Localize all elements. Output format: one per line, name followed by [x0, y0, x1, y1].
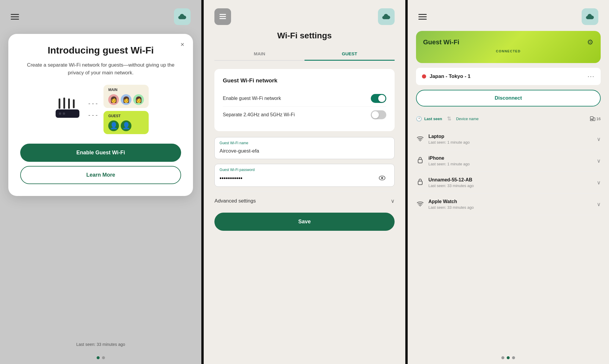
svg-rect-14	[593, 118, 595, 121]
device-left-unnamed: Unnamed-55-12-AB Last seen: 33 minutes a…	[416, 177, 474, 188]
panel-3-devices: Guest Wi-Fi ⚙ CONNECTED Japan - Tokyo - …	[408, 0, 609, 364]
dot-3-3	[512, 356, 515, 359]
expand-chevron-laptop: ∨	[597, 136, 601, 142]
device-name-laptop: Laptop	[429, 134, 470, 139]
wifi-password-input[interactable]	[219, 174, 377, 183]
location-info: Japan - Tokyo - 1	[422, 73, 471, 79]
network-dashes: - - - - - -	[88, 100, 98, 119]
svg-point-6	[63, 112, 65, 115]
device-last-seen-unnamed: Last seen: 33 minutes ago	[429, 183, 474, 188]
expand-chevron-applewatch: ∨	[597, 201, 601, 208]
intro-modal: × Introducing guest Wi-Fi Create a separ…	[8, 34, 193, 196]
device-last-seen-iphone: Last seen: 1 minute ago	[429, 162, 470, 166]
wifi-icon-applewatch	[416, 200, 424, 208]
avatar-3: 👩	[133, 94, 144, 105]
more-options-button[interactable]: ···	[588, 73, 595, 80]
cloud-button-1[interactable]	[174, 8, 191, 25]
wifi-illustration: - - - - - - MAIN 👩 👩 👩 GUEST	[20, 85, 181, 134]
guest-avatar-2: 👤	[121, 120, 131, 131]
svg-rect-2	[68, 98, 70, 109]
sort-device-name[interactable]: Device name	[456, 117, 479, 121]
device-name-unnamed: Unnamed-55-12-AB	[429, 177, 474, 183]
main-avatars: 👩 👩 👩	[108, 94, 144, 105]
lock-icon-unnamed	[416, 178, 424, 187]
device-name-applewatch: Apple Watch	[429, 199, 474, 204]
svg-point-18	[420, 206, 420, 207]
modal-overlay: × Introducing guest Wi-Fi Create a separ…	[0, 34, 201, 337]
main-label: MAIN	[108, 88, 144, 92]
status-dot	[422, 74, 426, 79]
tab-main[interactable]: MAIN	[214, 48, 304, 61]
device-item-iphone[interactable]: iPhone Last seen: 1 minute ago ∨	[416, 150, 601, 172]
card-title: Guest Wi-Fi network	[223, 77, 386, 84]
gear-icon[interactable]: ⚙	[587, 38, 594, 46]
dot-3-1	[501, 356, 504, 359]
enable-guest-wifi-button[interactable]: Enable Guest Wi-Fi	[20, 144, 181, 162]
separate-bands-toggle[interactable]	[371, 110, 386, 119]
expand-chevron-unnamed: ∨	[597, 179, 601, 186]
show-password-button[interactable]	[379, 175, 385, 182]
vpn-card-title: Guest Wi-Fi	[423, 38, 459, 46]
settings-content: Wi-Fi settings MAIN GUEST Guest Wi-Fi ne…	[204, 31, 405, 364]
sort-bar: 🕐 Last seen ⇅ Device name 16	[416, 112, 601, 125]
device-item-applewatch[interactable]: Apple Watch Last seen: 33 minutes ago ∨	[416, 194, 601, 215]
hamburger-menu-icon[interactable]	[11, 14, 19, 20]
save-button[interactable]: Save	[214, 213, 394, 231]
device-name-iphone: iPhone	[429, 156, 470, 161]
password-wrapper	[219, 174, 389, 183]
avatar-2: 👩	[121, 94, 131, 105]
last-seen-text: Last seen: 33 minutes ago	[76, 342, 125, 347]
guest-network-box: GUEST 👤 👤	[103, 111, 149, 134]
cloud-button-3[interactable]	[582, 8, 598, 25]
guest-avatar-1: 👤	[108, 120, 119, 131]
svg-rect-12	[590, 117, 593, 119]
guest-label: GUEST	[108, 114, 144, 118]
guest-avatars: 👤 👤	[108, 120, 144, 131]
svg-rect-7	[219, 14, 226, 15]
cloud-button-2[interactable]	[378, 8, 395, 25]
vpn-card: Guest Wi-Fi ⚙ CONNECTED	[416, 31, 601, 63]
device-count-number: 16	[597, 117, 601, 121]
connected-badge: CONNECTED	[423, 49, 594, 53]
clock-icon: 🕐	[416, 116, 422, 122]
disconnect-button[interactable]: Disconnect	[416, 90, 601, 106]
tab-guest[interactable]: GUEST	[304, 48, 395, 61]
device-count: 16	[590, 116, 601, 121]
top-bar-2	[204, 0, 405, 31]
page-dots-1	[0, 352, 201, 364]
wifi-icon-laptop	[416, 135, 424, 143]
advanced-settings-row[interactable]: Advanced settings ∨	[214, 192, 394, 210]
device-count-icon	[590, 116, 595, 121]
expand-chevron-iphone: ∨	[597, 158, 601, 164]
separate-bands-label: Separate 2.4GHz and 5GHz Wi-Fi	[223, 112, 295, 117]
wifi-password-label: Guest Wi-Fi password	[219, 168, 389, 172]
wifi-password-group: Guest Wi-Fi password	[214, 164, 394, 187]
device-info-applewatch: Apple Watch Last seen: 33 minutes ago	[429, 199, 474, 210]
device-list: Laptop Last seen: 1 minute ago ∨	[416, 128, 601, 215]
lock-icon-iphone	[416, 156, 424, 165]
svg-rect-1	[63, 98, 65, 109]
top-bar-3	[408, 0, 609, 31]
wifi-name-input[interactable]	[219, 147, 389, 155]
main-network-box: MAIN 👩 👩 👩	[103, 85, 149, 108]
vpn-card-header: Guest Wi-Fi ⚙	[423, 38, 594, 46]
svg-rect-16	[418, 159, 422, 163]
hamburger-menu-icon-3[interactable]	[418, 14, 427, 20]
location-row: Japan - Tokyo - 1 ···	[416, 68, 601, 85]
svg-rect-0	[59, 98, 60, 109]
enable-guest-toggle[interactable]	[371, 94, 386, 103]
device-item-unnamed[interactable]: Unnamed-55-12-AB Last seen: 33 minutes a…	[416, 172, 601, 194]
close-button[interactable]: ×	[178, 40, 187, 49]
dot-1	[97, 356, 100, 359]
device-item-laptop[interactable]: Laptop Last seen: 1 minute ago ∨	[416, 128, 601, 150]
sort-separator: ⇅	[447, 115, 451, 122]
enable-guest-wifi-row: Enable guest Wi-Fi network	[223, 90, 386, 107]
svg-point-15	[420, 141, 420, 142]
page-dots-3	[408, 352, 609, 364]
menu-button-2[interactable]	[214, 8, 231, 25]
modal-title: Introducing guest Wi-Fi	[20, 45, 181, 56]
learn-more-button[interactable]: Learn More	[20, 166, 181, 184]
device-info-iphone: iPhone Last seen: 1 minute ago	[429, 156, 470, 166]
sort-last-seen[interactable]: Last seen	[424, 117, 442, 121]
panel-2-wifi-settings: Wi-Fi settings MAIN GUEST Guest Wi-Fi ne…	[204, 0, 405, 364]
